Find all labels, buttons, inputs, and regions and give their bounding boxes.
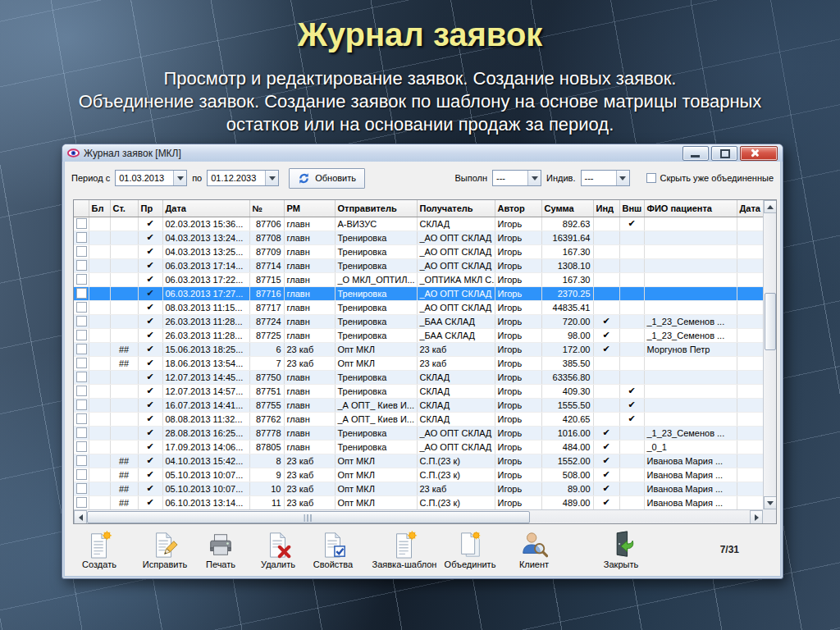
maximize-button[interactable] (711, 146, 737, 161)
column-header[interactable]: Внш (619, 200, 644, 217)
row-checkbox[interactable] (76, 372, 87, 382)
date-to-dropdown[interactable]: 01.12.2033 (207, 170, 279, 186)
column-header[interactable] (74, 200, 89, 217)
table-row[interactable]: ##✔04.10.2013 15:42...823 кабОпт МКЛС.П.… (74, 454, 765, 468)
chevron-down-icon[interactable] (616, 171, 629, 185)
date-from-dropdown[interactable]: 01.03.2013 (115, 170, 187, 186)
date-to-value: 01.12.2033 (208, 171, 265, 185)
merge-button[interactable]: Объединить (437, 531, 503, 569)
print-button[interactable]: Печать (188, 531, 253, 569)
document-delete-icon (264, 531, 292, 559)
column-header[interactable]: Отправитель (335, 200, 417, 217)
row-checkbox[interactable] (76, 330, 87, 340)
column-header[interactable]: Дата (162, 200, 249, 217)
table-row[interactable]: ##✔15.06.2013 18:25...623 кабОпт МКЛ23 к… (74, 342, 765, 356)
hide-merged-checkbox[interactable] (646, 173, 656, 183)
row-checkbox[interactable] (76, 399, 87, 410)
row-checkbox[interactable] (76, 413, 87, 424)
properties-button[interactable]: Свойства (300, 531, 366, 569)
table-row[interactable]: ✔06.03.2013 17:27...87716главнТренировка… (74, 286, 765, 300)
horizontal-scrollbar[interactable] (74, 509, 763, 523)
row-checkbox[interactable] (76, 316, 87, 326)
horizontal-scroll-thumb[interactable] (87, 511, 530, 523)
row-checkbox[interactable] (76, 441, 87, 452)
table-row[interactable]: ✔12.07.2013 14:45...87750главнТренировка… (74, 370, 765, 384)
refresh-label: Обновить (315, 173, 356, 183)
filter-indiv-dropdown[interactable]: --- (581, 170, 630, 186)
row-checkbox[interactable] (76, 288, 87, 299)
table-row[interactable]: ✔08.03.2013 11:15...87717главнТренировка… (74, 300, 765, 314)
row-checkbox[interactable] (76, 386, 87, 396)
table-row[interactable]: ✔02.03.2013 15:36...87706главнА-ВИЗУССКЛ… (74, 217, 765, 231)
scroll-left-button[interactable] (74, 510, 87, 524)
table-row[interactable]: ##✔18.06.2013 13:54...723 кабОпт МКЛ23 к… (74, 356, 765, 370)
filter-done-dropdown[interactable]: --- (492, 170, 541, 186)
row-checkbox[interactable] (76, 469, 87, 480)
table-row[interactable]: ✔06.03.2013 17:22...87715главн_О МКЛ_ОПТ… (74, 272, 765, 286)
row-checkbox[interactable] (76, 497, 87, 508)
table-row[interactable]: ✔08.08.2013 11:32...87762главн_А ОПТ_ Ки… (74, 412, 765, 426)
close-button[interactable] (740, 146, 778, 161)
window-titlebar[interactable]: Журнал заявок [МКЛ] (62, 144, 783, 162)
client-button[interactable]: Клиент (501, 531, 567, 569)
button-label: Удалить (261, 559, 295, 569)
presentation-slide: Журнал заявок Просмотр и редактирование … (0, 0, 840, 630)
row-checkbox[interactable] (76, 232, 87, 243)
filter-toolbar: Период с 01.03.2013 по 01.12.2033 (71, 167, 774, 189)
refresh-button[interactable]: Обновить (289, 168, 365, 189)
table-row[interactable]: ✔17.09.2013 14:06...87805главнТренировка… (74, 440, 765, 454)
chevron-down-icon[interactable] (527, 171, 541, 185)
column-header[interactable]: Пр (138, 200, 162, 217)
row-checkbox[interactable] (76, 358, 87, 368)
chevron-down-icon[interactable] (265, 171, 278, 185)
scrollbar-corner (763, 509, 776, 523)
column-header[interactable]: Получатель (417, 200, 495, 217)
row-checkbox[interactable] (76, 246, 87, 257)
requests-table-el: БлСт.ПрДата№РМОтправительПолучательАвтор… (74, 200, 765, 510)
row-checkbox[interactable] (76, 455, 87, 466)
table-row[interactable]: ✔26.03.2013 11:28...87724главнТренировка… (74, 314, 765, 328)
chevron-down-icon[interactable] (173, 171, 186, 185)
document-properties-icon (319, 531, 347, 559)
row-checkbox[interactable] (76, 483, 87, 494)
scroll-down-button[interactable] (764, 496, 777, 509)
table-row[interactable]: ✔04.03.2013 13:24...87708главнТренировка… (74, 231, 765, 244)
column-header[interactable]: Дата вы (737, 200, 765, 217)
row-checkbox[interactable] (76, 218, 87, 229)
table-row[interactable]: ##✔06.10.2013 13:14...1123 кабОпт МКЛС.П… (74, 495, 765, 509)
close-window-button[interactable]: Закрыть (588, 531, 654, 569)
column-header[interactable]: Сумма (541, 200, 593, 217)
scroll-right-button[interactable] (750, 510, 763, 524)
minimize-button[interactable] (682, 146, 709, 161)
table-row[interactable]: ✔26.03.2013 11:28...87725главнТренировка… (74, 328, 765, 342)
table-row[interactable]: ✔04.03.2013 13:25...87709главнТренировка… (74, 244, 765, 258)
template-button[interactable]: Заявка-шаблон (367, 531, 442, 569)
page-title: Журнал заявок (0, 16, 840, 53)
table-row[interactable]: ✔12.07.2013 14:57...87751главнТренировка… (74, 384, 765, 398)
row-checkbox[interactable] (76, 344, 87, 354)
column-header[interactable]: № (249, 200, 284, 217)
column-header[interactable]: Бл (89, 200, 110, 217)
row-checkbox[interactable] (76, 260, 87, 271)
refresh-arrows-icon (298, 172, 310, 185)
column-header[interactable]: Ст. (110, 200, 138, 217)
table-row[interactable]: ##✔05.10.2013 10:07...1023 кабОпт МКЛ23 … (74, 482, 765, 495)
table-row[interactable]: ##✔05.10.2013 10:07...923 кабОпт МКЛС.П.… (74, 468, 765, 482)
row-checkbox[interactable] (76, 274, 87, 285)
maximize-icon (720, 149, 730, 158)
row-checkbox[interactable] (76, 427, 87, 438)
column-header[interactable]: ФИО пациента (644, 200, 737, 217)
create-button[interactable]: Создать (66, 531, 132, 569)
table-row[interactable]: ✔28.08.2013 16:25...87778главнТренировка… (74, 426, 765, 440)
vertical-scrollbar[interactable] (763, 200, 776, 509)
column-header[interactable]: Инд (593, 200, 619, 217)
table-row[interactable]: ✔06.03.2013 17:14...87714главнТренировка… (74, 258, 765, 272)
column-header[interactable]: РМ (284, 200, 335, 217)
vertical-scroll-thumb[interactable] (765, 293, 776, 350)
button-label: Заявка-шаблон (372, 559, 437, 569)
table-row[interactable]: ✔16.07.2013 14:41...87755главн_А ОПТ_ Ки… (74, 398, 765, 412)
row-checkbox[interactable] (76, 302, 87, 313)
person-magnifier-icon (520, 531, 548, 559)
scroll-up-button[interactable] (764, 200, 777, 213)
column-header[interactable]: Автор (495, 200, 541, 217)
